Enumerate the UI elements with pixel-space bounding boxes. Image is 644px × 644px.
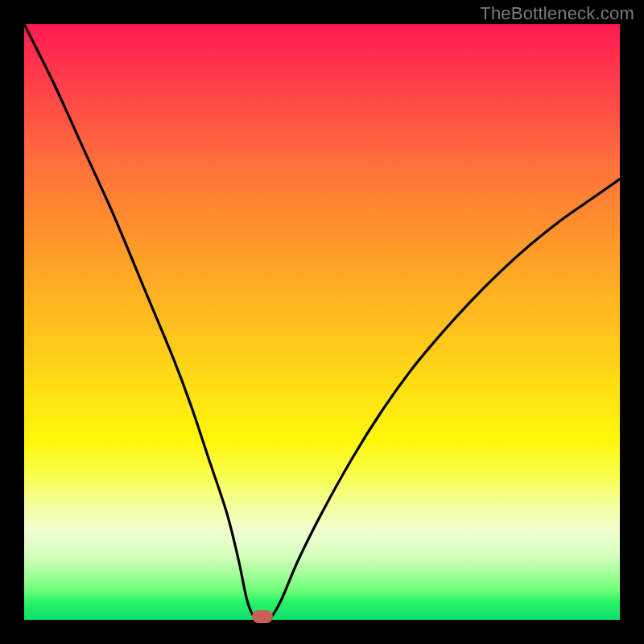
- curve-svg: [24, 24, 620, 620]
- bottleneck-curve-path: [24, 24, 620, 622]
- chart-frame: TheBottleneck.com: [0, 0, 644, 644]
- watermark-text: TheBottleneck.com: [480, 3, 634, 24]
- plot-area: [24, 24, 620, 620]
- optimal-point-marker: [252, 610, 273, 623]
